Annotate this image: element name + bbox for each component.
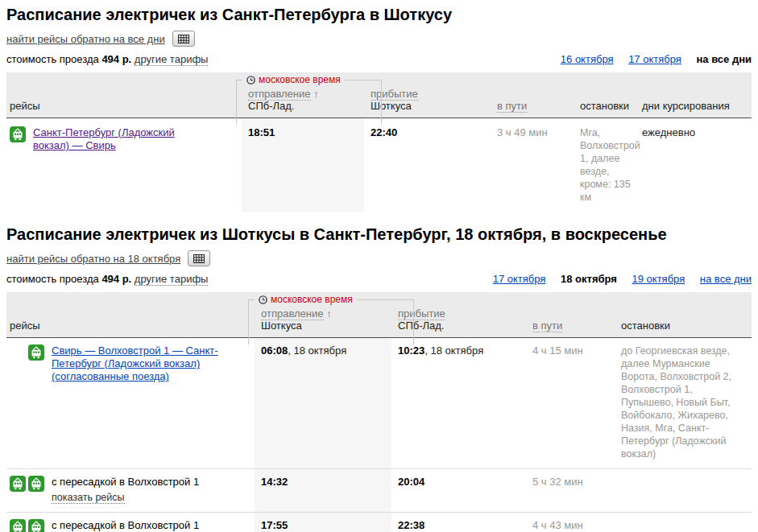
column-header-stops: остановки	[580, 72, 642, 118]
other-tariffs-link-2[interactable]: другие тарифы	[135, 273, 209, 286]
duration-cell: 5 ч 32 мин	[532, 468, 621, 512]
show-trips-link[interactable]: показать рейсы	[52, 492, 125, 504]
moscow-time-note: московское время	[242, 74, 345, 85]
section-spb-to-shotkusa: Расписание электричек из Санкт-Петербург…	[6, 5, 752, 212]
page-title: Расписание электричек из Санкт-Петербург…	[6, 5, 752, 24]
moscow-time-bracket: московское время	[236, 80, 382, 125]
fare-label: стоимость проезда	[6, 273, 99, 285]
table-row-route: Свирь — Волховстрой 1 — Санкт-Петербург …	[6, 338, 255, 468]
fare-price: 494 р.	[101, 53, 131, 65]
arrival-time: 10:23	[398, 344, 425, 357]
page-title-2: Расписание электричек из Шоткусы в Санкт…	[6, 225, 752, 244]
duration-cell: 3 ч 49 мин	[497, 118, 580, 212]
date-link-17-oct[interactable]: 17 октября	[493, 273, 546, 285]
date-link-all-days[interactable]: на все дни	[700, 273, 752, 285]
column-header-routes: рейсы	[6, 72, 242, 118]
moscow-time-note: московское время	[255, 294, 357, 305]
sort-duration-link[interactable]: в пути	[532, 320, 562, 332]
departure-time: 18:51	[248, 126, 275, 138]
table-header: московское время рейсы отправление ↑ СПб…	[6, 72, 752, 118]
column-header-arrival: прибытие Шоткуса	[364, 72, 497, 118]
fare-info: стоимость проезда 494 р. другие тарифы	[6, 53, 208, 65]
section-shotkusa-to-spb: Расписание электричек из Шоткусы в Санкт…	[6, 225, 752, 532]
arrival-time: 22:40	[371, 126, 397, 138]
arrival-cell: 10:23, 18 октября	[391, 338, 532, 468]
transfer-label: с пересадкой в Волховстрой 1	[52, 519, 199, 531]
table-row-route: Санкт-Петербург (Ладожский вокзал) — Сви…	[6, 118, 242, 212]
departure-cell: 14:32	[255, 468, 391, 512]
date-current-18-oct: 18 октября	[561, 273, 617, 285]
schedule-page: Расписание электричек из Санкт-Петербург…	[0, 0, 758, 532]
date-switcher-2: 17 октября 18 октября 19 октября на все …	[481, 273, 752, 285]
stops-cell	[621, 468, 752, 512]
departure-time: 17:55	[261, 519, 288, 531]
column-header-duration: в пути	[497, 72, 580, 118]
date-current-all-days: на все дни	[696, 53, 752, 65]
other-tariffs-link[interactable]: другие тарифы	[135, 53, 209, 66]
table-body: Санкт-Петербург (Ладожский вокзал) — Сви…	[6, 118, 752, 212]
arrival-time: 20:04	[398, 476, 425, 488]
transfer-label: с пересадкой в Волховстрой 1	[52, 476, 199, 488]
table-body-2: Свирь — Волховстрой 1 — Санкт-Петербург …	[6, 338, 752, 532]
table-header-2: московское время рейсы отправление ↑ Шот…	[6, 292, 752, 338]
date-link-16-oct[interactable]: 16 октября	[561, 53, 614, 65]
table-row-route: с пересадкой в Волховстрой 1 показать ре…	[6, 468, 255, 512]
departure-time: 06:08	[261, 344, 288, 357]
stops-cell	[621, 512, 752, 532]
train-icon	[28, 476, 44, 492]
clock-icon	[259, 295, 267, 304]
departure-time: 14:32	[261, 476, 288, 488]
column-header-routes: рейсы	[6, 292, 255, 337]
column-header-duration: в пути	[532, 292, 621, 337]
arrival-cell: 22:40	[364, 118, 497, 212]
duration-cell: 4 ч 43 мин	[532, 512, 621, 532]
fare-price: 494 р.	[101, 273, 131, 285]
schedule-grid-button[interactable]	[172, 31, 195, 47]
clock-icon	[246, 76, 255, 85]
arrival-date: , 18 октября	[425, 344, 483, 357]
reverse-search-link-2[interactable]: найти рейсы обратно на 18 октября	[6, 253, 180, 265]
sort-duration-link[interactable]: в пути	[497, 100, 527, 113]
table-row-route: с пересадкой в Волховстрой 1 показать ре…	[6, 512, 255, 532]
arrival-cell: 20:04	[391, 468, 532, 512]
date-link-19-oct[interactable]: 19 октября	[632, 273, 686, 285]
train-icon	[28, 344, 44, 361]
route-link[interactable]: Санкт-Петербург (Ладожский вокзал) — Сви…	[33, 126, 196, 204]
arrival-cell: 22:38	[391, 512, 532, 532]
date-switcher: 16 октября 17 октября на все дни	[549, 53, 752, 65]
train-icon	[10, 476, 26, 492]
reverse-search-link[interactable]: найти рейсы обратно на все дни	[6, 33, 165, 45]
arrival-time: 22:38	[398, 519, 425, 531]
column-header-days: дни курсирования	[642, 72, 752, 118]
column-header-stops: остановки	[621, 292, 752, 337]
date-link-17-oct[interactable]: 17 октября	[628, 53, 681, 65]
train-icon	[28, 519, 44, 532]
route-link[interactable]: Свирь — Волховстрой 1 — Санкт-Петербург …	[52, 344, 235, 460]
duration-cell: 4 ч 15 мин	[532, 338, 621, 468]
train-icon	[10, 519, 26, 532]
fare-label: стоимость проезда	[6, 53, 99, 65]
schedule-grid-button-2[interactable]	[188, 250, 210, 266]
train-icon	[10, 126, 26, 142]
fare-info-2: стоимость проезда 494 р. другие тарифы	[6, 273, 208, 285]
grid-icon	[193, 254, 205, 263]
moscow-time-bracket: московское время	[248, 299, 414, 344]
departure-cell: 06:08, 18 октября	[255, 338, 391, 468]
departure-date: , 18 октября	[288, 344, 346, 357]
departure-cell: 18:51	[242, 118, 364, 212]
running-days-cell: ежедневно	[642, 118, 752, 212]
departure-cell: 17:55	[255, 512, 391, 532]
stops-cell: Мга, Волховстрой 1, далее везде, кроме: …	[580, 118, 642, 212]
stops-cell: до Георгиевская везде, далее Мурманские …	[621, 338, 752, 468]
grid-icon	[178, 35, 189, 43]
